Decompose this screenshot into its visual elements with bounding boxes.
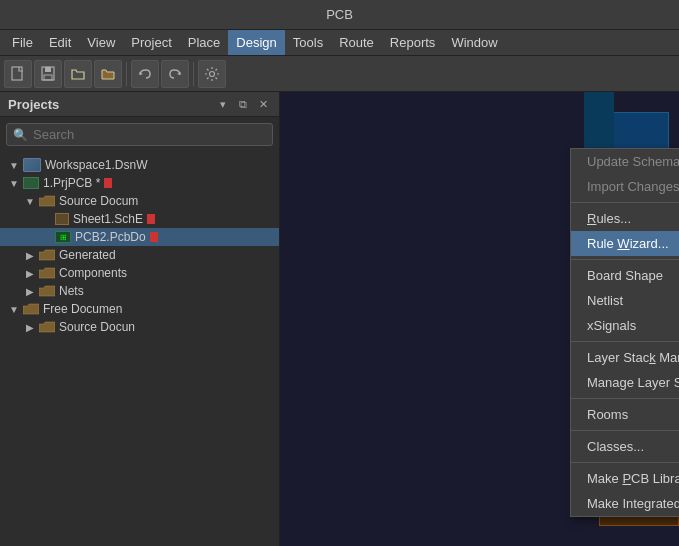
toolbar-sep1 — [126, 62, 127, 86]
menu-design[interactable]: Design — [228, 30, 284, 55]
menu-file[interactable]: File — [4, 30, 41, 55]
toolbar — [0, 56, 679, 92]
components-arrow: ▶ — [24, 267, 36, 279]
title-bar-text: PCB — [326, 7, 353, 22]
freedocs-arrow: ▼ — [8, 303, 20, 315]
menu-sep6 — [571, 462, 679, 463]
tree-item-sourcedoc2[interactable]: ▶ Source Docun — [0, 318, 279, 336]
menu-bar: File Edit View Project Place Design Tool… — [0, 30, 679, 56]
tree-item-pcb2[interactable]: ▶ ⊞ PCB2.PcbDo — [0, 228, 279, 246]
toolbar-undo[interactable] — [131, 60, 159, 88]
workspace-icon — [23, 158, 41, 172]
menu-route[interactable]: Route — [331, 30, 382, 55]
menu-manage-layers[interactable]: Manage Layer Sets — [571, 370, 679, 395]
toolbar-open2[interactable] — [94, 60, 122, 88]
panel-close-btn[interactable]: ✕ — [255, 96, 271, 112]
sheet1-label: Sheet1.SchE — [73, 212, 143, 226]
toolbar-save[interactable] — [34, 60, 62, 88]
source-arrow: ▼ — [24, 195, 36, 207]
title-bar: PCB — [0, 0, 679, 30]
tree-item-sheet1[interactable]: ▶ Sheet1.SchE — [0, 210, 279, 228]
search-input[interactable] — [33, 127, 266, 142]
menu-sep2 — [571, 259, 679, 260]
components-label: Components — [59, 266, 127, 280]
nets-arrow: ▶ — [24, 285, 36, 297]
menu-sep4 — [571, 398, 679, 399]
menu-sep3 — [571, 341, 679, 342]
toolbar-settings[interactable] — [198, 60, 226, 88]
menu-rule-wizard[interactable]: Rule Wizard... — [571, 231, 679, 256]
panel-controls: ▾ ⧉ ✕ — [215, 96, 271, 112]
menu-view[interactable]: View — [79, 30, 123, 55]
workspace-label: Workspace1.DsnW — [45, 158, 147, 172]
menu-board-shape[interactable]: Board Shape ▶ — [571, 263, 679, 288]
prjpcb-badge — [104, 178, 112, 188]
prjpcb-arrow: ▼ — [8, 177, 20, 189]
menu-make-pcb-lib[interactable]: Make PCB Library — [571, 466, 679, 491]
menu-rooms[interactable]: Rooms ▶ — [571, 402, 679, 427]
toolbar-sep2 — [193, 62, 194, 86]
svg-rect-0 — [12, 67, 22, 80]
panel-detach-btn[interactable]: ⧉ — [235, 96, 251, 112]
project-tree: ▼ Workspace1.DsnW ▼ 1.PrjPCB * ▼ Source … — [0, 152, 279, 546]
pcb2-badge — [150, 232, 158, 242]
generated-label: Generated — [59, 248, 116, 262]
panel-title: Projects — [8, 97, 59, 112]
tree-item-source[interactable]: ▼ Source Docum — [0, 192, 279, 210]
svg-point-4 — [210, 71, 215, 76]
menu-import-changes[interactable]: Import Changes From 1.PrjPCB — [571, 174, 679, 199]
prjpcb-label: 1.PrjPCB * — [43, 176, 100, 190]
menu-update-schematics[interactable]: Update Schematics in 1.PrjPCB — [571, 149, 679, 174]
svg-rect-3 — [44, 75, 52, 80]
menu-project[interactable]: Project — [123, 30, 179, 55]
menu-window[interactable]: Window — [443, 30, 505, 55]
nets-label: Nets — [59, 284, 84, 298]
menu-reports[interactable]: Reports — [382, 30, 444, 55]
main-layout: Projects ▾ ⧉ ✕ 🔍 ▼ Workspace1.DsnW ▼ 1. — [0, 92, 679, 546]
menu-rules[interactable]: Rules... — [571, 206, 679, 231]
menu-place[interactable]: Place — [180, 30, 229, 55]
source-label: Source Docum — [59, 194, 138, 208]
freedocs-label: Free Documen — [43, 302, 122, 316]
sourcedoc2-arrow: ▶ — [24, 321, 36, 333]
panel-pin-btn[interactable]: ▾ — [215, 96, 231, 112]
menu-layer-stack[interactable]: Layer Stack Manager... — [571, 345, 679, 370]
tree-item-generated[interactable]: ▶ Generated — [0, 246, 279, 264]
generated-arrow: ▶ — [24, 249, 36, 261]
menu-classes[interactable]: Classes... — [571, 434, 679, 459]
tree-item-components[interactable]: ▶ Components — [0, 264, 279, 282]
design-menu: Update Schematics in 1.PrjPCB Import Cha… — [570, 148, 679, 517]
pcb2-label: PCB2.PcbDo — [75, 230, 146, 244]
menu-edit[interactable]: Edit — [41, 30, 79, 55]
panel-header: Projects ▾ ⧉ ✕ — [0, 92, 279, 117]
menu-tools[interactable]: Tools — [285, 30, 331, 55]
sheet1-badge — [147, 214, 155, 224]
toolbar-open[interactable] — [64, 60, 92, 88]
tree-item-freedocs[interactable]: ▼ Free Documen — [0, 300, 279, 318]
sourcedoc2-label: Source Docun — [59, 320, 135, 334]
search-icon: 🔍 — [13, 128, 28, 142]
toolbar-redo[interactable] — [161, 60, 189, 88]
menu-make-integrated[interactable]: Make Integrated Library — [571, 491, 679, 516]
svg-rect-2 — [45, 67, 51, 72]
projects-panel: Projects ▾ ⧉ ✕ 🔍 ▼ Workspace1.DsnW ▼ 1. — [0, 92, 280, 546]
menu-sep5 — [571, 430, 679, 431]
menu-xsignals[interactable]: xSignals ▶ — [571, 313, 679, 338]
toolbar-new[interactable] — [4, 60, 32, 88]
workspace-arrow: ▼ — [8, 159, 20, 171]
menu-netlist[interactable]: Netlist ▶ — [571, 288, 679, 313]
pcb-view: Update Schematics in 1.PrjPCB Import Cha… — [280, 92, 679, 546]
tree-item-nets[interactable]: ▶ Nets — [0, 282, 279, 300]
tree-item-prjpcb[interactable]: ▼ 1.PrjPCB * — [0, 174, 279, 192]
menu-sep1 — [571, 202, 679, 203]
search-box[interactable]: 🔍 — [6, 123, 273, 146]
tree-item-workspace[interactable]: ▼ Workspace1.DsnW — [0, 156, 279, 174]
